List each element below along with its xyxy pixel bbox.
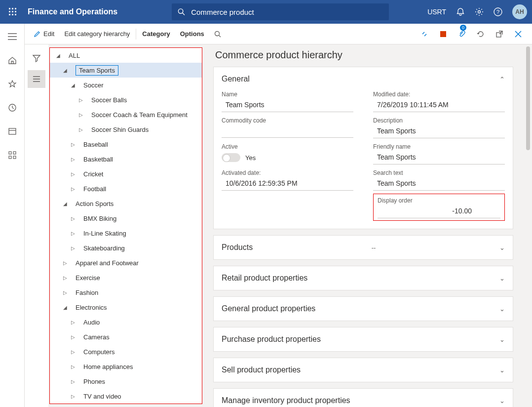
close-icon[interactable] [512, 28, 524, 40]
office-icon[interactable] [437, 28, 449, 40]
expand-arrow-icon[interactable]: ▷ [70, 215, 76, 222]
action-bar: Edit Edit category hierarchy Category Op… [25, 24, 532, 44]
section-general: General ⌃ Name Team Sports Modified date… [213, 67, 513, 229]
list-view-icon[interactable] [28, 70, 45, 88]
expand-arrow-icon[interactable]: ▷ [77, 111, 84, 118]
svg-rect-2 [15, 8, 16, 9]
workspaces-icon[interactable] [2, 122, 22, 141]
expand-arrow-icon[interactable]: ▷ [70, 141, 76, 148]
tree-item[interactable]: ▷Basketball [50, 152, 202, 166]
search-text-input[interactable]: Team Sports [373, 177, 505, 191]
expand-arrow-icon[interactable]: ▷ [70, 393, 76, 400]
tree-item[interactable]: ◢Soccer [50, 78, 202, 92]
expand-arrow-icon[interactable]: ▷ [70, 333, 76, 340]
category-tree[interactable]: ◢ ALL ◢Team Sports◢Soccer▷Soccer Balls▷S… [49, 47, 202, 404]
collapse-arrow-icon[interactable]: ◢ [55, 52, 62, 59]
collapse-arrow-icon[interactable]: ◢ [62, 200, 69, 207]
home-icon[interactable] [2, 50, 22, 70]
section-retail-header[interactable]: Retail product properties ⌄ [214, 266, 513, 290]
expand-arrow-icon[interactable]: ▷ [70, 348, 76, 355]
tree-item[interactable]: ▷Cricket [50, 166, 202, 181]
edit-button[interactable]: Edit [29, 24, 59, 44]
search-input[interactable] [191, 8, 383, 16]
tree-item[interactable]: ▷Soccer Balls [50, 92, 202, 107]
recent-icon[interactable] [2, 98, 22, 118]
tree-root[interactable]: ◢ ALL [50, 48, 202, 63]
expand-arrow-icon[interactable]: ▷ [77, 126, 84, 133]
tree-item[interactable]: ▷Football [50, 181, 202, 196]
active-toggle[interactable]: Yes [222, 151, 256, 164]
expand-arrow-icon[interactable]: ▷ [70, 230, 76, 237]
collapse-arrow-icon[interactable]: ◢ [62, 304, 69, 311]
tree-item[interactable]: ▷Exercise [50, 270, 202, 285]
section-general-props-header[interactable]: General product properties ⌄ [214, 297, 513, 321]
refresh-icon[interactable] [475, 28, 487, 40]
collapse-arrow-icon[interactable]: ◢ [70, 81, 76, 88]
tree-item[interactable]: ▷TV and video [50, 389, 202, 404]
section-general-header[interactable]: General ⌃ [214, 67, 513, 91]
modules-icon[interactable] [2, 145, 22, 165]
help-icon[interactable]: ? [494, 7, 502, 16]
expand-arrow-icon[interactable]: ▷ [70, 244, 76, 251]
company-picker[interactable]: USRT [427, 8, 446, 16]
tree-item[interactable]: ▷Computers [50, 344, 202, 359]
expand-arrow-icon[interactable]: ▷ [62, 274, 69, 281]
tree-item[interactable]: ▷Cameras [50, 329, 202, 344]
chevron-down-icon: ⌄ [499, 275, 505, 282]
gear-icon[interactable] [475, 7, 484, 16]
edit-hierarchy-button[interactable]: Edit category hierarchy [59, 24, 135, 44]
tree-item-label: Audio [83, 319, 100, 326]
options-menu[interactable]: Options [175, 24, 209, 44]
avatar[interactable]: AH [512, 4, 527, 19]
hamburger-icon[interactable] [2, 27, 22, 46]
tree-item[interactable]: ▷Soccer Coach & Team Equipment [50, 107, 202, 122]
filter-icon[interactable] [28, 49, 45, 67]
scrollbar-thumb[interactable] [526, 46, 530, 150]
section-sell-header[interactable]: Sell product properties ⌄ [214, 358, 513, 382]
expand-arrow-icon[interactable]: ▷ [70, 319, 76, 326]
description-input[interactable]: Team Sports [373, 125, 505, 138]
display-order-input[interactable]: -10.00 [378, 205, 500, 218]
display-order-label: Display order [378, 197, 500, 204]
search-box[interactable] [172, 3, 389, 20]
expand-arrow-icon[interactable]: ▷ [70, 363, 76, 370]
tree-item[interactable]: ▷Skateboarding [50, 241, 202, 255]
popout-icon[interactable] [494, 28, 505, 40]
tree-item[interactable]: ◢Action Sports [50, 196, 202, 211]
link-icon[interactable] [418, 28, 430, 40]
notifications-icon[interactable] [456, 7, 465, 16]
tree-item[interactable]: ▷Baseball [50, 137, 202, 152]
search-action-button[interactable] [209, 24, 226, 44]
collapse-arrow-icon[interactable]: ◢ [62, 67, 69, 74]
tree-item[interactable]: ▷Audio [50, 315, 202, 329]
svg-rect-5 [15, 11, 16, 12]
expand-arrow-icon[interactable]: ▷ [70, 378, 76, 385]
tree-item[interactable]: ▷Fashion [50, 285, 202, 300]
tree-item[interactable]: ▷Soccer Shin Guards [50, 122, 202, 137]
expand-arrow-icon[interactable]: ▷ [70, 185, 76, 192]
category-menu[interactable]: Category [137, 24, 175, 44]
expand-arrow-icon[interactable]: ▷ [77, 96, 84, 103]
tree-item[interactable]: ▷BMX Biking [50, 211, 202, 226]
attachments-icon[interactable]: 0 [456, 28, 468, 40]
tree-item[interactable]: ◢Team Sports [50, 63, 202, 78]
section-inventory-header[interactable]: Manage inventory product properties ⌄ [214, 389, 513, 407]
svg-rect-23 [13, 156, 16, 159]
section-purchase-header[interactable]: Purchase product properties ⌄ [214, 327, 513, 351]
commodity-code-input[interactable] [222, 125, 353, 138]
tree-item[interactable]: ▷Home appliances [50, 359, 202, 374]
friendly-name-input[interactable]: Team Sports [373, 151, 505, 164]
name-input[interactable]: Team Sports [222, 99, 353, 112]
tree-item-label: Exercise [76, 274, 100, 282]
app-launcher-icon[interactable] [5, 4, 21, 20]
expand-arrow-icon[interactable]: ▷ [62, 289, 69, 296]
expand-arrow-icon[interactable]: ▷ [62, 259, 69, 266]
tree-item[interactable]: ◢Electronics [50, 300, 202, 315]
favorites-icon[interactable] [2, 74, 22, 94]
section-products-header[interactable]: Products -- ⌄ [214, 236, 513, 259]
tree-item[interactable]: ▷In-Line Skating [50, 226, 202, 241]
tree-item[interactable]: ▷Apparel and Footwear [50, 255, 202, 270]
tree-item[interactable]: ▷Phones [50, 374, 202, 389]
expand-arrow-icon[interactable]: ▷ [70, 170, 76, 177]
expand-arrow-icon[interactable]: ▷ [70, 156, 76, 163]
